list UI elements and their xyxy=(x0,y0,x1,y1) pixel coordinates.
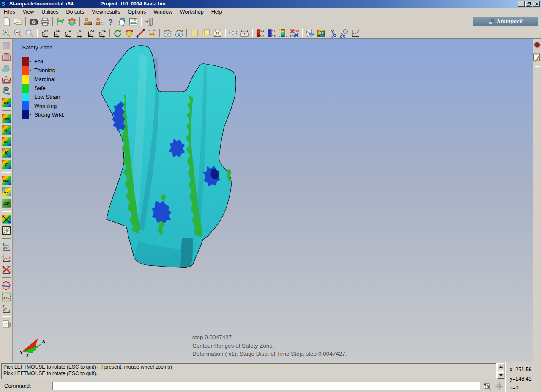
contour-labels-button[interactable]: 0.1 xyxy=(316,28,327,38)
notes-editor-icon[interactable] xyxy=(533,53,541,62)
result-strain-button[interactable]: ε xyxy=(1,159,11,169)
graph-stress-strain-button[interactable]: σε xyxy=(1,303,11,313)
svg-text:x: x xyxy=(42,338,45,344)
tool-part-shape-button[interactable] xyxy=(1,41,11,51)
graph-force-displacement-button[interactable]: Fd xyxy=(1,253,11,263)
restore-button[interactable] xyxy=(525,1,532,7)
menu-view[interactable]: View xyxy=(19,8,38,16)
print-button[interactable] xyxy=(39,16,51,27)
result-safety-zone-button[interactable]: SZ xyxy=(1,198,11,208)
context-help-button[interactable]: ? xyxy=(1,319,11,329)
zoom-in-button[interactable] xyxy=(1,28,12,38)
message-scrollbar[interactable] xyxy=(497,363,505,379)
menu-do-cuts[interactable]: Do cuts xyxy=(63,8,88,16)
quit-button[interactable] xyxy=(143,16,155,27)
render-wire-button[interactable] xyxy=(212,28,223,38)
viewport[interactable]: Safety Zone FailThinningMarginalSafeLow … xyxy=(13,39,533,362)
result-displacement-button[interactable]: d,v xyxy=(1,98,11,108)
contour-max-button[interactable]: 2117 xyxy=(254,28,266,38)
cut-plane-button[interactable] xyxy=(339,28,350,38)
export-stl-button[interactable]: STL xyxy=(1,292,11,302)
minimize-button[interactable] xyxy=(518,1,525,7)
render-flat-button[interactable] xyxy=(189,28,200,38)
report-button[interactable] xyxy=(304,28,316,38)
result-thinning-button[interactable]: %t xyxy=(1,125,11,135)
legend-swatch xyxy=(22,110,29,119)
export-iges-button[interactable]: IGES xyxy=(1,280,11,291)
dynamic-rotate-button[interactable] xyxy=(123,28,135,38)
open-results-button[interactable]: RES xyxy=(12,16,24,27)
command-input[interactable] xyxy=(52,382,480,390)
view-minus-yz-button[interactable]: -YZ xyxy=(96,28,108,38)
menu-options[interactable]: Options xyxy=(124,8,150,16)
graph-points-button[interactable] xyxy=(350,28,361,38)
menu-workshop[interactable]: Workshop xyxy=(176,8,208,16)
svg-text:456: 456 xyxy=(294,29,299,32)
grid-tool-icon[interactable] xyxy=(483,381,492,391)
view-xz-button[interactable]: XZ xyxy=(51,28,62,38)
menu-utilities[interactable]: Utilities xyxy=(38,8,62,16)
tool-springback-button[interactable] xyxy=(1,86,11,96)
result-forming-zone-button[interactable]: FZ xyxy=(1,187,11,197)
close-button[interactable] xyxy=(533,1,540,7)
toolbar-separator xyxy=(2,238,11,239)
limit-values-button[interactable]: 456123 xyxy=(289,28,300,38)
tool-blank-sheet-button[interactable] xyxy=(1,63,11,74)
menu-files[interactable]: Files xyxy=(0,8,19,16)
previous-view-button[interactable] xyxy=(162,28,173,38)
view-minus-xz-button[interactable]: -XZ xyxy=(85,28,96,38)
legend-entry: Thinning xyxy=(22,66,64,75)
toolbar-separator xyxy=(2,211,11,212)
legend-label: Fail xyxy=(34,58,43,65)
legend-swatch xyxy=(22,75,29,84)
graph-force-time-button[interactable]: Fτ xyxy=(1,242,11,252)
contour-min-button[interactable]: -7-9 xyxy=(266,28,277,38)
tool-part-outline-button[interactable] xyxy=(1,52,11,62)
svg-text:YZ: YZ xyxy=(67,29,71,33)
contour-limits-button[interactable] xyxy=(277,28,289,38)
crosshair-tool-icon[interactable] xyxy=(495,381,504,391)
user-save-button[interactable] xyxy=(93,16,105,27)
zoom-out-button[interactable] xyxy=(12,28,24,38)
record-indicator-icon[interactable] xyxy=(534,42,540,47)
menu-window[interactable]: Window xyxy=(150,8,176,16)
result-rt-button[interactable]: RT xyxy=(1,136,11,147)
layers-button[interactable] xyxy=(66,16,78,27)
scroll-up-button[interactable] xyxy=(497,363,504,370)
render-smooth-button[interactable] xyxy=(200,28,212,38)
result-thickness-button[interactable]: t(mm) xyxy=(1,114,11,124)
image-export-button[interactable] xyxy=(128,16,139,27)
coord-y: y=148.41 xyxy=(510,375,541,384)
view-xy-button[interactable]: XY xyxy=(39,28,51,38)
menu-view-results[interactable]: View results xyxy=(88,8,124,16)
light-button[interactable] xyxy=(146,28,158,38)
tool-die-travel-button[interactable] xyxy=(1,75,11,85)
graph-disable-button[interactable]: Fd xyxy=(1,264,11,275)
next-view-button[interactable] xyxy=(173,28,185,38)
scroll-down-button[interactable] xyxy=(497,372,504,379)
view-yz-button[interactable]: YZ xyxy=(62,28,74,38)
cut-line-button[interactable] xyxy=(327,28,339,38)
notes-button[interactable] xyxy=(116,16,128,27)
zoom-frame-button[interactable] xyxy=(24,28,35,38)
result-fld-button[interactable]: FLD xyxy=(1,175,11,185)
contour-fill-button[interactable] xyxy=(55,16,66,27)
redraw-button[interactable] xyxy=(112,28,123,38)
rotation-axis-button[interactable] xyxy=(135,28,146,38)
mesh-quality-button[interactable] xyxy=(1,226,11,236)
transparency-mask-button[interactable] xyxy=(227,28,239,38)
help-button[interactable]: ? xyxy=(105,16,116,27)
legend-label: Thinning xyxy=(34,67,55,74)
measure-distance-button[interactable] xyxy=(239,28,250,38)
model-3d-part[interactable] xyxy=(13,39,533,362)
new-project-button[interactable] xyxy=(1,16,12,27)
legend-entry: Fail xyxy=(22,57,64,66)
user-import-button[interactable] xyxy=(82,16,93,27)
result-k-button[interactable]: K xyxy=(1,148,11,158)
menu-help[interactable]: Help xyxy=(208,8,226,16)
snapshot-button[interactable] xyxy=(28,16,39,27)
view-minus-xy-button[interactable]: -XY xyxy=(74,28,85,38)
toolbar-separator xyxy=(141,17,142,26)
toolbar-separator xyxy=(2,110,11,111)
result-vectors-button[interactable] xyxy=(1,214,11,224)
